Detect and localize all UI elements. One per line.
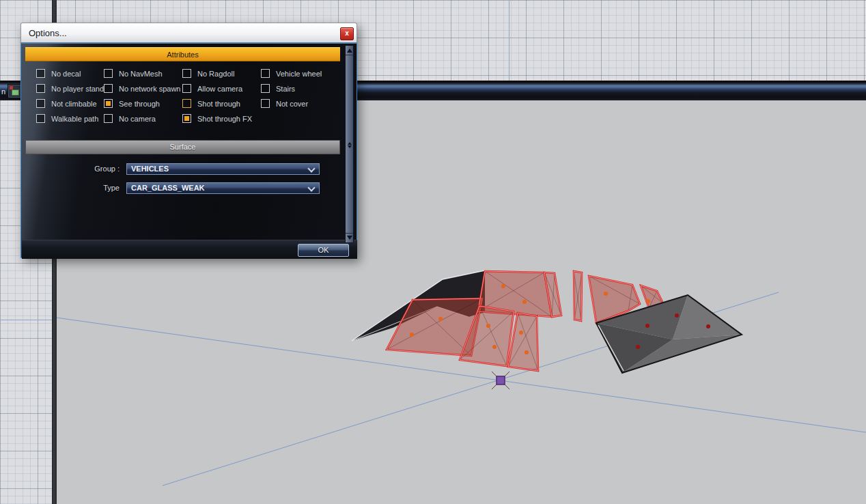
toolbar-left-text: n (1, 87, 5, 96)
attributes-section-header: Attributes (25, 47, 340, 61)
attribute-checkbox-item[interactable]: No network spawn (102, 84, 181, 93)
checkbox[interactable] (36, 114, 45, 123)
paper-blue-gridline-vertical (509, 0, 509, 81)
attribute-checkbox-item[interactable]: Shot through FX (181, 114, 260, 123)
attribute-checkbox-item[interactable]: Stairs (260, 84, 339, 93)
vertex-dot (492, 345, 497, 349)
surface-type-row: Type CAR_GLASS_WEAK (25, 182, 340, 195)
type-dropdown-value: CAR_GLASS_WEAK (131, 184, 205, 192)
vertex-dot (646, 299, 650, 303)
vertex-dot (645, 324, 650, 328)
vertex-dot (636, 345, 640, 349)
checkbox-check-icon (184, 116, 189, 121)
vertex-dot (410, 333, 414, 337)
checkbox[interactable] (104, 99, 113, 108)
checkbox-label: Stairs (276, 85, 295, 93)
green-object-icon[interactable] (8, 84, 22, 98)
checkbox-label: No decal (51, 70, 81, 78)
type-label: Type (25, 182, 120, 195)
attribute-checkbox-item[interactable]: No player stand (35, 84, 102, 93)
vertex-dot (522, 300, 527, 304)
attribute-checkbox-item[interactable]: Vehicle wheel (260, 69, 339, 78)
checkbox-label: See through (119, 100, 160, 108)
checkbox-label: No network spawn (119, 85, 181, 93)
surface-group-row: Group : VEHICLES (25, 163, 340, 176)
attribute-checkbox-item[interactable]: Not cover (260, 99, 339, 108)
chevron-down-icon (307, 184, 315, 191)
pivot-marker[interactable] (497, 376, 505, 384)
options-dialog: Options... x Attributes No decalNo NavMe… (20, 23, 357, 258)
attribute-checkbox-item[interactable]: Allow camera (181, 84, 260, 93)
group-dropdown[interactable]: VEHICLES (126, 163, 320, 176)
scroll-up-icon[interactable] (347, 48, 352, 53)
checkbox-label: Walkable path (51, 115, 98, 123)
checkbox-label: Allow camera (197, 85, 242, 93)
checkbox[interactable] (104, 84, 113, 93)
vertex-dot (525, 350, 529, 354)
checkbox[interactable] (182, 84, 191, 93)
dialog-footer: OK (22, 240, 357, 259)
attribute-checkbox-item[interactable]: No camera (102, 114, 181, 123)
attribute-checkbox-item[interactable]: No NavMesh (102, 69, 181, 78)
checkbox[interactable] (261, 84, 270, 93)
dialog-title: Options... (29, 28, 67, 38)
editor-screen: { "window": { "title": "Options...", "cl… (0, 0, 866, 504)
checkbox[interactable] (182, 114, 191, 123)
ok-button[interactable]: OK (298, 244, 349, 257)
surface-panel: Group : VEHICLES Type CAR_GLASS_WEAK (25, 154, 340, 202)
attribute-checkbox-item[interactable]: See through (102, 99, 181, 108)
checkbox[interactable] (36, 84, 45, 93)
checkbox-label: Shot through (197, 100, 240, 108)
vertex-dot (486, 324, 490, 328)
group-dropdown-value: VEHICLES (131, 165, 169, 173)
checkbox[interactable] (261, 99, 270, 108)
scrollbar-grip-icon[interactable] (348, 141, 352, 149)
checkbox[interactable] (36, 69, 45, 78)
close-icon[interactable]: x (340, 27, 354, 40)
scroll-down-icon[interactable] (347, 236, 352, 240)
checkbox[interactable] (261, 69, 270, 78)
checkbox-grid: No decalNo NavMeshNo RagdollVehicle whee… (35, 69, 339, 123)
attribute-checkbox-item[interactable]: Shot through (181, 99, 260, 108)
checkbox[interactable] (104, 69, 113, 78)
type-dropdown[interactable]: CAR_GLASS_WEAK (126, 182, 320, 195)
checkbox-check-icon (106, 101, 111, 106)
chevron-down-icon (307, 165, 315, 172)
vertex-dot (604, 292, 608, 296)
attribute-checkbox-item[interactable]: No Ragdoll (181, 69, 260, 78)
attribute-checkbox-item[interactable]: Walkable path (35, 114, 102, 123)
checkbox-label: No camera (119, 115, 156, 123)
dialog-scrollbar[interactable] (345, 45, 354, 243)
dialog-body: Attributes No decalNo NavMeshNo RagdollV… (20, 43, 357, 258)
attribute-checkbox-item[interactable]: No decal (35, 69, 102, 78)
vertex-dot (706, 324, 710, 328)
checkbox[interactable] (182, 99, 191, 108)
surface-section-header: Surface (25, 140, 340, 154)
vertex-dot (501, 284, 505, 288)
toolbar-left-fragment: n (1, 84, 22, 98)
checkbox-label: Not climbable (51, 100, 97, 108)
vertex-dot (675, 313, 679, 318)
checkbox-label: No Ragdoll (197, 70, 234, 78)
checkbox-label: Vehicle wheel (276, 70, 322, 78)
checkbox[interactable] (182, 69, 191, 78)
vertex-dot (519, 331, 523, 335)
paper-blue-gridline-horizontal (0, 320, 52, 320)
attribute-checkbox-item[interactable]: Not climbable (35, 99, 102, 108)
checkbox[interactable] (104, 114, 113, 123)
checkbox-label: Shot through FX (197, 115, 252, 123)
checkbox-label: No NavMesh (119, 70, 163, 78)
checkbox-label: No player stand (51, 85, 104, 93)
checkbox[interactable] (36, 99, 45, 108)
group-label: Group : (25, 163, 120, 176)
dialog-title-bar[interactable]: Options... x (20, 23, 357, 43)
checkbox-label: Not cover (276, 100, 308, 108)
vertex-dot (438, 317, 443, 321)
